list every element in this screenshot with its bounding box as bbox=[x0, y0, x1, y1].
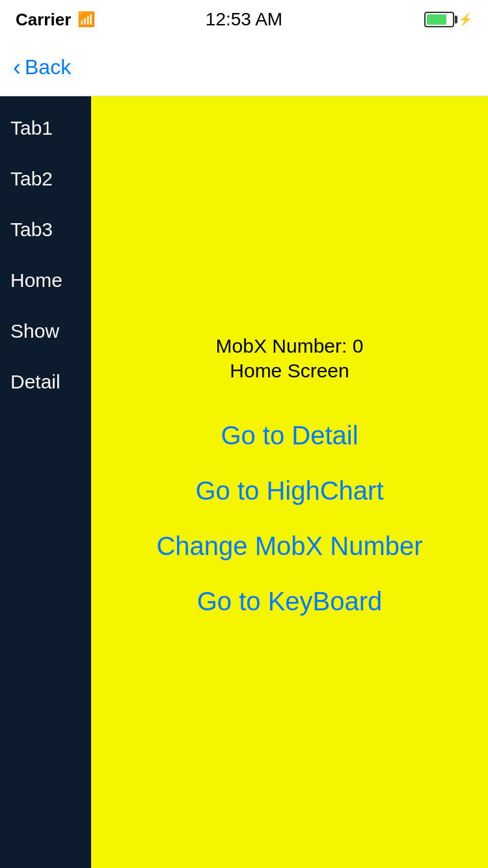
wifi-icon: 📶 bbox=[77, 11, 95, 28]
sidebar-item-tab3[interactable]: Tab3 bbox=[0, 204, 91, 255]
back-button[interactable]: ‹ Back bbox=[13, 55, 71, 79]
sidebar-item-tab2[interactable]: Tab2 bbox=[0, 154, 91, 204]
bolt-icon: ⚡ bbox=[458, 12, 472, 27]
nav-bar: ‹ Back bbox=[0, 39, 488, 96]
status-bar: Carrier 📶 12:53 AM ⚡ bbox=[0, 0, 488, 39]
battery-fill bbox=[427, 14, 446, 25]
change-mobx-button[interactable]: Change MobX Number bbox=[111, 532, 468, 561]
back-label: Back bbox=[25, 55, 71, 79]
sidebar-item-home[interactable]: Home bbox=[0, 255, 91, 306]
go-to-highchart-button[interactable]: Go to HighChart bbox=[111, 476, 468, 506]
go-to-detail-button[interactable]: Go to Detail bbox=[111, 421, 468, 450]
main-content: Tab1 Tab2 Tab3 Home Show Detail MobX Num… bbox=[0, 96, 488, 868]
content-area: MobX Number: 0 Home Screen Go to Detail … bbox=[91, 96, 488, 868]
battery-icon bbox=[424, 12, 454, 27]
mobx-number-label: MobX Number: 0 bbox=[216, 335, 364, 357]
home-screen-label: Home Screen bbox=[230, 360, 349, 382]
status-left: Carrier 📶 bbox=[16, 10, 95, 30]
status-right: ⚡ bbox=[424, 12, 472, 27]
sidebar: Tab1 Tab2 Tab3 Home Show Detail bbox=[0, 96, 91, 868]
sidebar-item-tab1[interactable]: Tab1 bbox=[0, 103, 91, 154]
go-to-keyboard-button[interactable]: Go to KeyBoard bbox=[111, 587, 468, 616]
sidebar-item-show[interactable]: Show bbox=[0, 306, 91, 357]
back-chevron-icon: ‹ bbox=[13, 56, 21, 79]
carrier-label: Carrier bbox=[16, 10, 71, 30]
sidebar-item-detail[interactable]: Detail bbox=[0, 357, 91, 407]
status-time: 12:53 AM bbox=[206, 9, 282, 30]
